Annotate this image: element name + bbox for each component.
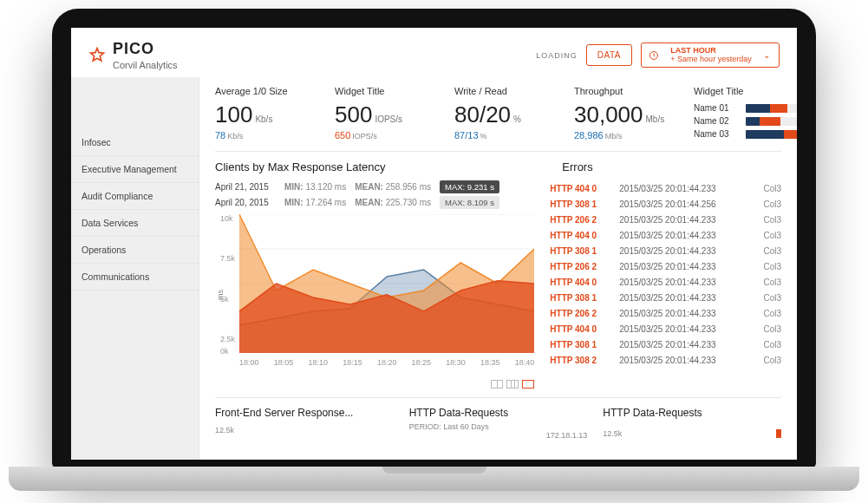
error-col3: Col3 — [763, 340, 781, 349]
error-timestamp: 2015/03/25 20:01:44.233 — [619, 262, 753, 271]
mini-widget: Widget Title Name 01 15:13Name 02 15:13N… — [694, 86, 797, 142]
error-timestamp: 2015/03/25 20:01:44.233 — [619, 356, 753, 365]
error-col3: Col3 — [763, 324, 781, 334]
error-timestamp: 2015/03/25 20:01:44.233 — [619, 309, 753, 318]
error-row[interactable]: HTTP 404 02015/03/25 20:01:44.233Col3 — [550, 227, 781, 243]
view-single-icon[interactable] — [522, 380, 534, 389]
xtick: 18:15 — [343, 358, 362, 367]
metric-widget-title: Widget Title 500IOPS/s 650IOPS/s — [335, 86, 430, 140]
error-timestamp: 2015/03/25 20:01:44.256 — [619, 199, 753, 209]
error-col3: Col3 — [763, 184, 781, 193]
header: PICO Corvil Analytics LOADING DATA LAST … — [71, 28, 797, 77]
error-timestamp: 2015/03/25 20:01:44.233 — [619, 324, 753, 334]
divider — [215, 151, 781, 152]
stat-date: April 21, 2015 — [215, 182, 276, 192]
sidebar-item-data-services[interactable]: Data Services — [71, 210, 199, 237]
view-split-icon[interactable] — [506, 380, 519, 389]
sidebar-item-audit[interactable]: Audit Compliance — [71, 183, 199, 210]
error-timestamp: 2015/03/25 20:01:44.233 — [619, 184, 753, 193]
xtick: 18:30 — [446, 358, 466, 367]
error-row[interactable]: HTTP 308 12015/03/25 20:01:44.233Col3 — [550, 336, 781, 352]
stat-min: MIN: 17.264 ms — [284, 198, 346, 207]
chart-view-switcher — [215, 380, 534, 389]
error-timestamp: 2015/03/25 20:01:44.233 — [619, 215, 753, 225]
xtick: 18:35 — [480, 358, 500, 367]
panel-title: HTTP Data-Requests — [603, 407, 781, 419]
error-row[interactable]: HTTP 206 22015/03/25 20:01:44.233Col3 — [550, 305, 781, 321]
error-row[interactable]: HTTP 308 12015/03/25 20:01:44.233Col3 — [550, 243, 781, 258]
mini-widget-name: Name 03 — [694, 129, 739, 139]
latency-chart: ms 10k 7.5k 5k 2.5k 0k 18:0018:0518:1018… — [215, 214, 534, 375]
error-row[interactable]: HTTP 206 22015/03/25 20:01:44.233Col3 — [550, 258, 781, 274]
loading-label: LOADING — [536, 51, 578, 60]
sidebar-item-communications[interactable]: Communications — [71, 264, 199, 291]
error-code: HTTP 308 1 — [550, 199, 609, 209]
error-row[interactable]: HTTP 404 02015/03/25 20:01:44.233Col3 — [550, 274, 781, 290]
xtick: 18:00 — [239, 358, 259, 367]
metric-throughput: Throughput 30,000Mb/s 28,986Mb/s — [574, 86, 669, 140]
metric-value: 30,000 — [574, 101, 643, 127]
sidebar-item-infosec[interactable]: Infosec — [71, 129, 199, 156]
error-timestamp: 2015/03/25 20:01:44.233 — [619, 278, 753, 287]
metric-subvalue: 28,986 — [574, 130, 604, 140]
error-row[interactable]: HTTP 404 02015/03/25 20:01:44.233Col3 — [550, 321, 781, 336]
stat-mean: MEAN: 258.956 ms — [355, 182, 431, 192]
mini-widget-name: Name 02 — [694, 116, 739, 126]
error-col3: Col3 — [763, 199, 781, 209]
chart-title: Clients by Max Response Latency — [215, 160, 534, 173]
ytick: 5k — [220, 295, 229, 304]
metric-avg-io: Average 1/0 Size 100Kb/s 78Kb/s — [215, 86, 310, 140]
error-row[interactable]: HTTP 308 12015/03/25 20:01:44.256Col3 — [550, 196, 781, 212]
sidebar: Infosec Executive Management Audit Compl… — [71, 77, 199, 460]
panel-title: HTTP Data-Requests — [409, 407, 588, 419]
error-code: HTTP 308 1 — [550, 246, 609, 256]
time-range-line2: + Same hour yesterday — [670, 56, 751, 64]
summary-row: Average 1/0 Size 100Kb/s 78Kb/s Widget T… — [215, 86, 781, 142]
error-code: HTTP 308 1 — [550, 340, 609, 349]
metric-title: Throughput — [574, 86, 669, 96]
clock-icon — [649, 50, 659, 61]
error-row[interactable]: HTTP 308 12015/03/25 20:01:44.233Col3 — [550, 290, 781, 305]
mini-widget-title: Widget Title — [694, 86, 797, 96]
view-grid-icon[interactable] — [491, 380, 503, 389]
mini-widget-bar — [746, 130, 797, 139]
metric-unit: % — [513, 114, 521, 124]
error-row[interactable]: HTTP 404 02015/03/25 20:01:44.233Col3 — [550, 180, 781, 196]
stat-min: MIN: 13.120 ms — [284, 182, 346, 192]
error-row[interactable]: HTTP 206 22015/03/25 20:01:44.233Col3 — [550, 212, 781, 227]
time-range-selector[interactable]: LAST HOUR + Same hour yesterday ⌄ — [641, 42, 780, 69]
error-row[interactable]: HTTP 308 22015/03/25 20:01:44.233Col3 — [550, 352, 781, 368]
metric-subvalue: 87/13 — [454, 130, 479, 140]
brand: PICO Corvil Analytics — [88, 40, 178, 70]
brand-name: PICO — [113, 40, 178, 58]
xtick: 18:05 — [274, 358, 294, 367]
error-col3: Col3 — [763, 293, 781, 303]
panel-sub-value: Last 60 Days — [443, 422, 489, 431]
chart-stat-line: April 20, 2015 MIN: 17.264 ms MEAN: 225.… — [215, 196, 534, 209]
metric-subunit: Kb/s — [227, 132, 243, 140]
error-code: HTTP 404 0 — [550, 278, 609, 287]
panel-sub-label: PERIOD: — [409, 422, 441, 431]
error-code: HTTP 404 0 — [550, 184, 609, 193]
error-col3: Col3 — [763, 278, 781, 287]
data-button[interactable]: DATA — [586, 44, 632, 66]
metric-title: Average 1/0 Size — [215, 86, 310, 96]
chevron-down-icon: ⌄ — [763, 50, 770, 60]
ytick: 10k — [220, 214, 233, 223]
sidebar-item-executive[interactable]: Executive Management — [71, 156, 199, 183]
error-code: HTTP 308 2 — [550, 356, 609, 365]
error-timestamp: 2015/03/25 20:01:44.233 — [619, 231, 753, 240]
sidebar-item-operations[interactable]: Operations — [71, 237, 199, 264]
metric-value: 500 — [335, 101, 372, 127]
metric-subunit: Mb/s — [605, 132, 623, 140]
stat-max-chip: MAX: 8.109 s — [440, 196, 499, 209]
metric-value: 100 — [215, 101, 252, 127]
error-col3: Col3 — [763, 309, 781, 318]
error-code: HTTP 206 2 — [550, 262, 609, 271]
mini-widget-bar — [746, 104, 797, 113]
error-timestamp: 2015/03/25 20:01:44.233 — [619, 293, 753, 303]
mini-widget-row: Name 01 15:13 — [694, 103, 797, 113]
stat-max-chip: MAX: 9.231 s — [440, 180, 499, 193]
bottom-row: Front-End Server Response... 12.5k HTTP … — [215, 407, 781, 440]
panel-front-end: Front-End Server Response... 12.5k — [215, 407, 394, 440]
